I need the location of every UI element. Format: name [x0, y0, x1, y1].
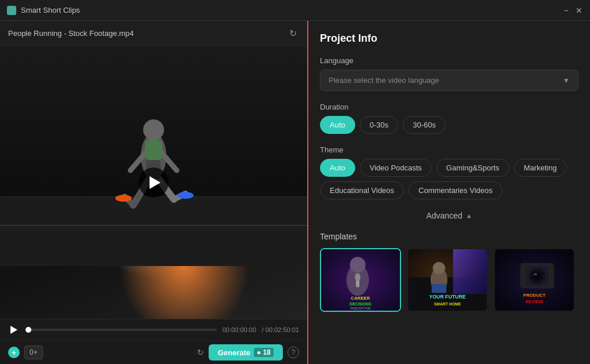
- svg-point-42: [534, 273, 537, 275]
- video-area: [0, 46, 307, 319]
- theme-gaming-sports-button[interactable]: Gaming&Sports: [436, 159, 509, 177]
- main-layout: People Running - Stock Footage.mp4 ↻: [0, 21, 590, 364]
- play-button[interactable]: [139, 168, 169, 198]
- svg-rect-16: [145, 140, 162, 160]
- video-frame-svg: [0, 46, 307, 266]
- app-icon: [7, 6, 16, 15]
- svg-point-6: [143, 119, 164, 140]
- template-1-svg: CAREER DECISIONS PODCAST POD: [321, 248, 400, 312]
- svg-rect-29: [453, 249, 487, 294]
- template-card-3[interactable]: PRODUCT REVIEW: [494, 248, 575, 312]
- progress-bar[interactable]: [26, 329, 217, 331]
- time-current: 00:00:00:00: [223, 326, 256, 333]
- app-title: Smart Short Clips: [21, 6, 80, 14]
- help-label: ?: [292, 348, 296, 356]
- window-controls: − ✕: [562, 6, 583, 14]
- template-2-svg: YOUR FUTURE SMART HOME: [408, 248, 487, 312]
- file-bar: People Running - Stock Footage.mp4 ↻: [0, 21, 307, 46]
- refresh-button[interactable]: ↻: [286, 27, 299, 39]
- advanced-row[interactable]: Advanced ▲: [320, 211, 578, 220]
- template-bg-2: YOUR FUTURE SMART HOME: [408, 249, 487, 311]
- svg-text:PODCAST POD: PODCAST POD: [350, 307, 371, 310]
- file-name: People Running - Stock Footage.mp4: [8, 29, 286, 38]
- language-placeholder: Please select the video language: [329, 76, 439, 85]
- add-label: 0+: [30, 348, 38, 356]
- controls-bar: 00:00:00:00 / 00:02:50:01: [0, 319, 307, 340]
- left-panel: People Running - Stock Footage.mp4 ↻: [0, 21, 307, 364]
- progress-handle[interactable]: [26, 327, 31, 333]
- theme-video-podcasts-button[interactable]: Video Podcasts: [360, 159, 432, 177]
- play-triangle-small: [10, 326, 17, 334]
- theme-label: Theme: [320, 145, 578, 154]
- close-button[interactable]: ✕: [575, 6, 583, 14]
- generate-count: ● 18: [254, 348, 274, 357]
- svg-point-22: [355, 273, 360, 281]
- templates-grid: CAREER DECISIONS PODCAST POD: [320, 248, 578, 312]
- generate-label: Generate: [218, 348, 250, 357]
- theme-marketing-button[interactable]: Marketing: [514, 159, 567, 177]
- status-circle: +: [8, 347, 20, 358]
- right-panel: Project Info Language Please select the …: [307, 21, 590, 364]
- minimize-button[interactable]: −: [562, 6, 570, 14]
- theme-auto-button[interactable]: Auto: [320, 159, 355, 177]
- project-info: Project Info Language Please select the …: [308, 21, 590, 329]
- duration-0-30-button[interactable]: 0-30s: [360, 116, 399, 134]
- svg-point-20: [350, 257, 366, 272]
- duration-auto-button[interactable]: Auto: [320, 116, 355, 134]
- bottom-bar: + 0+ ↻ Generate ● 18 ?: [0, 340, 307, 364]
- svg-rect-2: [0, 196, 307, 266]
- refresh-icon-bottom[interactable]: ↻: [197, 348, 204, 357]
- template-bg-3: PRODUCT REVIEW: [495, 249, 574, 311]
- duration-30-60-button[interactable]: 30-60s: [403, 116, 446, 134]
- chevron-down-icon: ▼: [563, 77, 570, 85]
- project-info-title: Project Info: [320, 32, 578, 45]
- svg-text:YOUR FUTURE: YOUR FUTURE: [429, 294, 465, 300]
- svg-point-31: [433, 262, 445, 274]
- add-button[interactable]: 0+: [24, 345, 43, 359]
- template-card-2[interactable]: YOUR FUTURE SMART HOME: [407, 248, 488, 312]
- svg-point-11: [177, 192, 194, 199]
- time-total: / 00:02:50:01: [262, 326, 299, 333]
- template-bg-1: CAREER DECISIONS PODCAST POD: [321, 249, 400, 311]
- svg-text:DECISIONS: DECISIONS: [349, 302, 372, 306]
- template-3-svg: PRODUCT REVIEW: [495, 248, 574, 312]
- theme-options: Auto Video Podcasts Gaming&Sports Market…: [320, 159, 578, 199]
- duration-options: Auto 0-30s 30-60s: [320, 116, 578, 134]
- language-select[interactable]: Please select the video language ▼: [320, 70, 578, 91]
- templates-label: Templates: [320, 232, 578, 241]
- duration-label: Duration: [320, 103, 578, 111]
- svg-rect-32: [432, 284, 446, 293]
- help-button[interactable]: ?: [287, 347, 299, 358]
- svg-text:REVIEW: REVIEW: [526, 299, 544, 304]
- templates-section: Templates: [320, 232, 578, 312]
- theme-commentaries-button[interactable]: Commentaries Videos: [409, 181, 502, 199]
- advanced-arrow-icon: ▲: [466, 212, 472, 219]
- play-icon: [150, 176, 161, 189]
- svg-text:PRODUCT: PRODUCT: [523, 293, 546, 298]
- svg-text:CAREER: CAREER: [351, 296, 370, 301]
- theme-educational-button[interactable]: Educational Videos: [320, 181, 404, 199]
- language-label: Language: [320, 56, 578, 65]
- advanced-label: Advanced: [426, 211, 462, 220]
- generate-button[interactable]: Generate ● 18: [209, 344, 283, 361]
- svg-text:SMART HOME: SMART HOME: [434, 302, 461, 306]
- title-bar: Smart Short Clips − ✕: [0, 0, 590, 21]
- template-card-1[interactable]: CAREER DECISIONS PODCAST POD: [320, 248, 401, 312]
- play-button-small[interactable]: [8, 324, 20, 336]
- svg-point-14: [115, 195, 132, 202]
- app-title-group: Smart Short Clips: [7, 6, 80, 15]
